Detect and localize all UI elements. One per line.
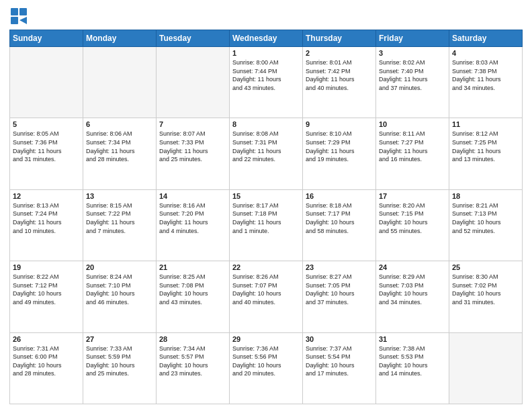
calendar-cell: 5Sunrise: 8:05 AM Sunset: 7:36 PM Daylig… — [10, 118, 83, 189]
day-number: 21 — [159, 263, 226, 271]
calendar-week-5: 26Sunrise: 7:31 AM Sunset: 6:00 PM Dayli… — [10, 332, 523, 404]
calendar-cell: 28Sunrise: 7:34 AM Sunset: 5:57 PM Dayli… — [157, 332, 230, 404]
weekday-header-saturday: Saturday — [449, 30, 523, 47]
day-number: 22 — [232, 263, 300, 271]
day-number: 3 — [379, 49, 446, 57]
svg-rect-0 — [11, 8, 18, 15]
day-number: 23 — [306, 263, 373, 271]
calendar-cell: 12Sunrise: 8:13 AM Sunset: 7:24 PM Dayli… — [10, 189, 83, 261]
day-number: 18 — [452, 192, 519, 200]
day-number: 26 — [13, 335, 80, 343]
calendar: SundayMondayTuesdayWednesdayThursdayFrid… — [9, 30, 523, 404]
calendar-cell: 30Sunrise: 7:37 AM Sunset: 5:54 PM Dayli… — [303, 332, 376, 404]
calendar-header-row: SundayMondayTuesdayWednesdayThursdayFrid… — [10, 30, 523, 47]
day-info: Sunrise: 8:17 AM Sunset: 7:18 PM Dayligh… — [232, 201, 300, 235]
day-info: Sunrise: 8:12 AM Sunset: 7:25 PM Dayligh… — [452, 130, 519, 163]
day-number: 2 — [306, 49, 373, 57]
calendar-week-2: 5Sunrise: 8:05 AM Sunset: 7:36 PM Daylig… — [10, 118, 523, 189]
day-info: Sunrise: 8:01 AM Sunset: 7:42 PM Dayligh… — [306, 58, 373, 92]
day-info: Sunrise: 8:24 AM Sunset: 7:10 PM Dayligh… — [86, 273, 153, 306]
weekday-header-monday: Monday — [83, 30, 157, 47]
day-info: Sunrise: 8:21 AM Sunset: 7:13 PM Dayligh… — [452, 201, 519, 235]
day-number: 14 — [159, 192, 226, 200]
page: SundayMondayTuesdayWednesdayThursdayFrid… — [0, 0, 532, 411]
day-info: Sunrise: 7:34 AM Sunset: 5:57 PM Dayligh… — [159, 345, 226, 378]
day-info: Sunrise: 8:26 AM Sunset: 7:07 PM Dayligh… — [232, 273, 300, 306]
day-info: Sunrise: 8:13 AM Sunset: 7:24 PM Dayligh… — [13, 201, 80, 235]
day-number: 16 — [306, 192, 373, 200]
calendar-cell: 16Sunrise: 8:18 AM Sunset: 7:17 PM Dayli… — [303, 189, 376, 261]
day-info: Sunrise: 8:03 AM Sunset: 7:38 PM Dayligh… — [452, 58, 519, 92]
calendar-cell: 4Sunrise: 8:03 AM Sunset: 7:38 PM Daylig… — [449, 47, 523, 118]
day-info: Sunrise: 7:36 AM Sunset: 5:56 PM Dayligh… — [232, 345, 300, 378]
day-info: Sunrise: 8:11 AM Sunset: 7:27 PM Dayligh… — [379, 130, 446, 163]
day-number: 6 — [86, 120, 153, 128]
calendar-cell: 21Sunrise: 8:25 AM Sunset: 7:08 PM Dayli… — [157, 261, 230, 332]
day-number: 10 — [379, 120, 446, 128]
day-number: 15 — [232, 192, 300, 200]
day-number: 8 — [232, 120, 300, 128]
calendar-cell: 3Sunrise: 8:02 AM Sunset: 7:40 PM Daylig… — [376, 47, 449, 118]
day-info: Sunrise: 8:29 AM Sunset: 7:03 PM Dayligh… — [379, 273, 446, 306]
day-info: Sunrise: 8:16 AM Sunset: 7:20 PM Dayligh… — [159, 201, 226, 235]
calendar-cell: 20Sunrise: 8:24 AM Sunset: 7:10 PM Dayli… — [83, 261, 157, 332]
day-number: 20 — [86, 263, 153, 271]
calendar-cell: 22Sunrise: 8:26 AM Sunset: 7:07 PM Dayli… — [230, 261, 303, 332]
day-number: 17 — [379, 192, 446, 200]
day-info: Sunrise: 8:02 AM Sunset: 7:40 PM Dayligh… — [379, 58, 446, 92]
calendar-cell: 1Sunrise: 8:00 AM Sunset: 7:44 PM Daylig… — [230, 47, 303, 118]
calendar-cell: 11Sunrise: 8:12 AM Sunset: 7:25 PM Dayli… — [449, 118, 523, 189]
weekday-header-friday: Friday — [376, 30, 449, 47]
day-number: 12 — [13, 192, 80, 200]
svg-marker-3 — [19, 17, 27, 24]
calendar-cell: 23Sunrise: 8:27 AM Sunset: 7:05 PM Dayli… — [303, 261, 376, 332]
svg-rect-2 — [11, 17, 18, 24]
header — [9, 7, 523, 26]
calendar-cell: 26Sunrise: 7:31 AM Sunset: 6:00 PM Dayli… — [10, 332, 83, 404]
day-info: Sunrise: 8:10 AM Sunset: 7:29 PM Dayligh… — [306, 130, 373, 163]
day-number: 19 — [13, 263, 80, 271]
day-number: 25 — [452, 263, 519, 271]
day-info: Sunrise: 8:18 AM Sunset: 7:17 PM Dayligh… — [306, 201, 373, 235]
day-number: 7 — [159, 120, 226, 128]
day-info: Sunrise: 7:37 AM Sunset: 5:54 PM Dayligh… — [306, 345, 373, 378]
calendar-cell: 15Sunrise: 8:17 AM Sunset: 7:18 PM Dayli… — [230, 189, 303, 261]
day-number: 11 — [452, 120, 519, 128]
day-info: Sunrise: 8:22 AM Sunset: 7:12 PM Dayligh… — [13, 273, 80, 306]
weekday-header-sunday: Sunday — [10, 30, 83, 47]
day-number: 30 — [306, 335, 373, 343]
day-number: 29 — [232, 335, 300, 343]
day-number: 5 — [13, 120, 80, 128]
day-info: Sunrise: 8:30 AM Sunset: 7:02 PM Dayligh… — [452, 273, 519, 306]
calendar-cell: 2Sunrise: 8:01 AM Sunset: 7:42 PM Daylig… — [303, 47, 376, 118]
calendar-week-3: 12Sunrise: 8:13 AM Sunset: 7:24 PM Dayli… — [10, 189, 523, 261]
day-number: 9 — [306, 120, 373, 128]
calendar-cell: 27Sunrise: 7:33 AM Sunset: 5:59 PM Dayli… — [83, 332, 157, 404]
calendar-cell — [157, 47, 230, 118]
day-number: 24 — [379, 263, 446, 271]
day-info: Sunrise: 8:06 AM Sunset: 7:34 PM Dayligh… — [86, 130, 153, 163]
calendar-cell: 29Sunrise: 7:36 AM Sunset: 5:56 PM Dayli… — [230, 332, 303, 404]
svg-rect-1 — [19, 8, 27, 15]
day-info: Sunrise: 7:31 AM Sunset: 6:00 PM Dayligh… — [13, 345, 80, 378]
day-number: 4 — [452, 49, 519, 57]
calendar-cell — [449, 332, 523, 404]
day-info: Sunrise: 8:08 AM Sunset: 7:31 PM Dayligh… — [232, 130, 300, 163]
day-info: Sunrise: 8:20 AM Sunset: 7:15 PM Dayligh… — [379, 201, 446, 235]
weekday-header-thursday: Thursday — [303, 30, 376, 47]
calendar-cell — [83, 47, 157, 118]
calendar-cell: 6Sunrise: 8:06 AM Sunset: 7:34 PM Daylig… — [83, 118, 157, 189]
calendar-cell: 13Sunrise: 8:15 AM Sunset: 7:22 PM Dayli… — [83, 189, 157, 261]
day-info: Sunrise: 8:05 AM Sunset: 7:36 PM Dayligh… — [13, 130, 80, 163]
calendar-week-4: 19Sunrise: 8:22 AM Sunset: 7:12 PM Dayli… — [10, 261, 523, 332]
day-info: Sunrise: 8:15 AM Sunset: 7:22 PM Dayligh… — [86, 201, 153, 235]
day-info: Sunrise: 8:25 AM Sunset: 7:08 PM Dayligh… — [159, 273, 226, 306]
calendar-cell: 19Sunrise: 8:22 AM Sunset: 7:12 PM Dayli… — [10, 261, 83, 332]
day-info: Sunrise: 8:00 AM Sunset: 7:44 PM Dayligh… — [232, 58, 300, 92]
day-info: Sunrise: 8:27 AM Sunset: 7:05 PM Dayligh… — [306, 273, 373, 306]
day-number: 13 — [86, 192, 153, 200]
calendar-cell: 10Sunrise: 8:11 AM Sunset: 7:27 PM Dayli… — [376, 118, 449, 189]
calendar-week-1: 1Sunrise: 8:00 AM Sunset: 7:44 PM Daylig… — [10, 47, 523, 118]
calendar-cell: 18Sunrise: 8:21 AM Sunset: 7:13 PM Dayli… — [449, 189, 523, 261]
calendar-cell: 14Sunrise: 8:16 AM Sunset: 7:20 PM Dayli… — [157, 189, 230, 261]
